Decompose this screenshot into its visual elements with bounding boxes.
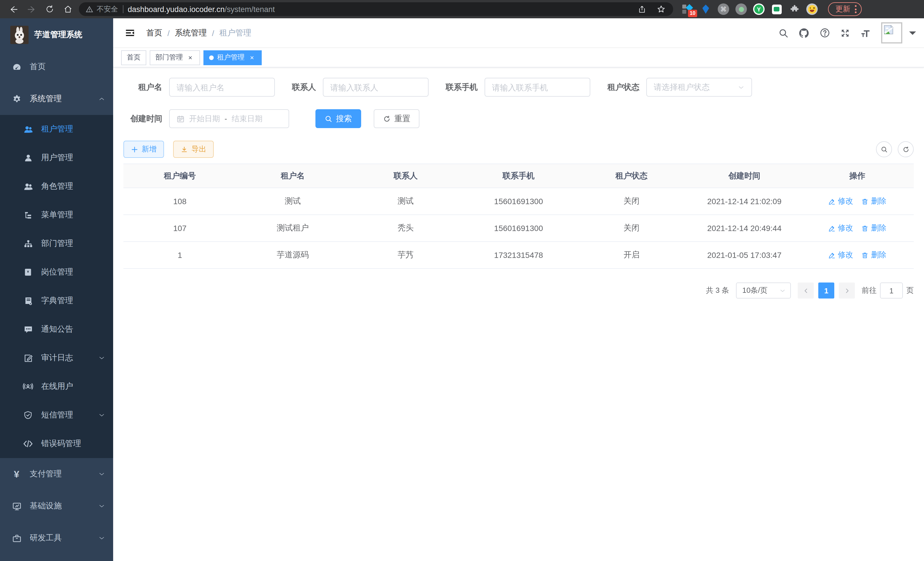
online-user-icon [23, 381, 33, 392]
site-security[interactable]: 不安全 [86, 4, 118, 14]
breadcrumb-system[interactable]: 系统管理 [175, 28, 207, 38]
delete-link[interactable]: 删除 [861, 196, 886, 206]
browser-toolbar: 不安全 dashboard.yudao.iocoder.cn/system/te… [0, 0, 924, 18]
tenants-icon [23, 124, 33, 134]
page-size-select[interactable]: 10条/页 [736, 283, 791, 299]
sidebar-fold-button[interactable] [121, 24, 138, 41]
edit-link[interactable]: 修改 [828, 250, 853, 260]
edit-link[interactable]: 修改 [828, 196, 853, 206]
total-count: 共 3 条 [706, 285, 729, 296]
browser-forward-button[interactable] [24, 2, 39, 17]
sidebar-item-error-codes[interactable]: 错误码管理 [0, 429, 113, 458]
fullscreen-icon[interactable] [838, 26, 853, 40]
edit-icon [828, 198, 836, 205]
next-page-button[interactable] [839, 283, 855, 299]
profile-avatar-icon[interactable] [806, 3, 818, 15]
status-text: 关闭 [575, 223, 688, 233]
bookmark-star-icon[interactable] [654, 2, 669, 17]
tenant-name-input[interactable] [177, 83, 267, 92]
sidebar-item-label: 基础设施 [30, 501, 90, 511]
chevron-up-icon [98, 96, 105, 102]
sidebar-item-label: 部门管理 [41, 238, 105, 249]
column-header: 租户编号 [123, 171, 236, 181]
avatar-caret-icon[interactable] [909, 31, 916, 38]
contact-label: 联系人 [292, 82, 316, 92]
sidebar-item-tenant[interactable]: 租户管理 [0, 115, 113, 144]
calendar-icon [177, 115, 184, 123]
sidebar: 芋道管理系统 首页 系统管理 租户 [0, 18, 113, 561]
extension-chat-icon[interactable] [771, 3, 782, 15]
date-range-picker[interactable]: 开始日期 - 结束日期 [169, 109, 289, 128]
avatar[interactable] [881, 22, 902, 44]
edit-icon [828, 251, 836, 259]
page-number-button[interactable]: 1 [818, 283, 834, 299]
help-icon[interactable] [817, 26, 832, 40]
browser-update-button[interactable]: 更新 [828, 2, 862, 16]
address-bar[interactable]: 不安全 dashboard.yudao.iocoder.cn/system/te… [79, 2, 673, 16]
delete-link[interactable]: 删除 [861, 223, 886, 233]
sidebar-item-roles[interactable]: 角色管理 [0, 172, 113, 201]
refresh-table-button[interactable] [898, 141, 914, 157]
sidebar-item-dict[interactable]: 字典管理 [0, 287, 113, 315]
font-size-icon[interactable] [858, 26, 873, 40]
sidebar-item-sms[interactable]: 短信管理 [0, 401, 113, 429]
close-icon[interactable]: × [248, 53, 256, 62]
sidebar-item-label: 审计日志 [41, 353, 90, 363]
contact-input[interactable] [330, 83, 421, 92]
url-text[interactable]: dashboard.yudao.iocoder.cn/system/tenant [128, 5, 275, 14]
sidebar-item-dev-tools[interactable]: 研发工具 [0, 522, 113, 554]
extension-kite-icon[interactable] [700, 3, 711, 15]
browser-back-button[interactable] [6, 2, 21, 17]
sidebar-item-label: 字典管理 [41, 296, 105, 306]
sidebar-item-label: 租户管理 [41, 124, 105, 134]
sidebar-item-system[interactable]: 系统管理 [0, 83, 113, 115]
tab-home[interactable]: 首页 [121, 50, 146, 65]
sidebar-item-notice[interactable]: 通知公告 [0, 315, 113, 344]
sidebar-item-payment[interactable]: ¥ 支付管理 [0, 458, 113, 490]
sidebar-item-departments[interactable]: 部门管理 [0, 229, 113, 258]
extension-y-icon[interactable]: Y [753, 3, 765, 15]
export-button[interactable]: 导出 [173, 141, 214, 158]
breadcrumb-home[interactable]: 首页 [146, 28, 162, 38]
delete-link[interactable]: 删除 [861, 250, 886, 260]
broken-image-icon [883, 24, 894, 35]
tab-tenant[interactable]: 租户管理 × [203, 50, 262, 65]
github-icon[interactable] [796, 26, 812, 40]
sidebar-item-label: 支付管理 [30, 469, 90, 479]
sidebar-item-users[interactable]: 用户管理 [0, 144, 113, 172]
column-header: 租户名 [236, 171, 349, 181]
extension-tab-manager-icon[interactable]: 10 [682, 3, 694, 15]
goto-page-input[interactable] [880, 283, 903, 299]
edit-link[interactable]: 修改 [828, 223, 853, 233]
reset-button[interactable]: 重置 [374, 109, 419, 128]
create-time-label: 创建时间 [123, 114, 162, 124]
search-button[interactable]: 搜索 [315, 109, 361, 128]
briefcase-icon [11, 533, 22, 543]
extension-recorder-icon[interactable] [735, 3, 747, 15]
tab-department[interactable]: 部门管理 × [150, 50, 200, 65]
mobile-input[interactable] [492, 83, 583, 92]
extensions-puzzle-icon[interactable] [789, 3, 800, 15]
browser-reload-button[interactable] [42, 2, 57, 17]
audit-log-icon [23, 353, 33, 363]
browser-menu-icon[interactable] [855, 5, 856, 13]
sidebar-item-audit-log[interactable]: 审计日志 [0, 344, 113, 372]
close-icon[interactable]: × [186, 53, 194, 62]
add-button[interactable]: 新增 [123, 141, 164, 158]
roles-icon [23, 181, 33, 192]
status-select[interactable]: 请选择租户状态 [646, 78, 752, 97]
sidebar-item-home[interactable]: 首页 [0, 51, 113, 83]
download-icon [181, 146, 188, 153]
extension-command-icon[interactable]: ⌘ [718, 3, 729, 15]
sidebar-item-infrastructure[interactable]: 基础设施 [0, 490, 113, 522]
header-search-icon[interactable] [776, 26, 791, 40]
sidebar-item-menus[interactable]: 菜单管理 [0, 201, 113, 229]
sidebar-item-label: 研发工具 [30, 533, 90, 543]
app-logo-row[interactable]: 芋道管理系统 [0, 18, 113, 51]
browser-home-button[interactable] [61, 2, 75, 17]
share-icon[interactable] [634, 2, 649, 17]
sidebar-item-online-users[interactable]: 在线用户 [0, 372, 113, 401]
sidebar-item-posts[interactable]: 岗位管理 [0, 258, 113, 287]
toggle-search-button[interactable] [876, 141, 892, 157]
prev-page-button[interactable] [798, 283, 814, 299]
